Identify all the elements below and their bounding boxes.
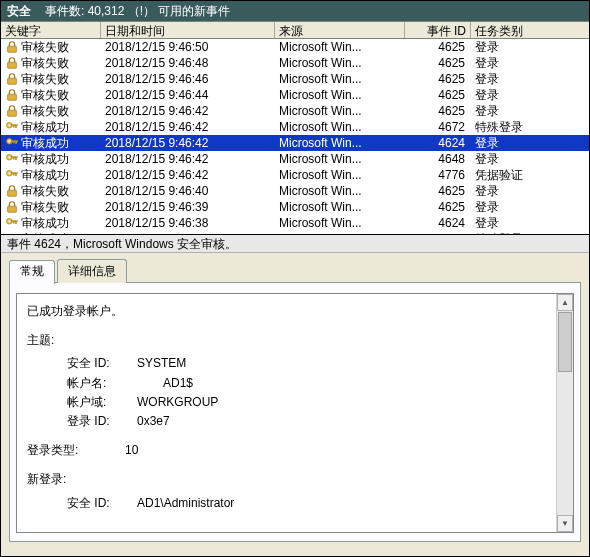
- event-id: 4776: [405, 167, 471, 183]
- column-header-category[interactable]: 任务类别: [471, 22, 589, 38]
- event-keyword: 审核成功: [21, 135, 69, 151]
- event-source: Microsoft Win...: [275, 39, 405, 55]
- title-bar: 安全 事件数: 40,312 （!） 可用的新事件: [1, 1, 589, 21]
- event-category: 凭据验证: [471, 167, 589, 183]
- event-source: Microsoft Win...: [275, 87, 405, 103]
- lock-icon: [5, 72, 19, 86]
- detail-section-newlogin: 新登录:: [27, 470, 563, 489]
- detail-kv-row: 帐户域:WORKGROUP: [67, 393, 563, 412]
- svg-rect-14: [13, 142, 14, 144]
- event-category: 登录: [471, 135, 589, 151]
- event-datetime: 2018/12/15 9:46:50: [101, 39, 275, 55]
- event-source: Microsoft Win...: [275, 135, 405, 151]
- tab-bar: 常规 详细信息: [9, 259, 581, 283]
- svg-rect-0: [8, 46, 17, 52]
- event-source: Microsoft Win...: [275, 183, 405, 199]
- event-datetime: 2018/12/15 9:46:44: [101, 87, 275, 103]
- column-header-datetime[interactable]: 日期和时间: [101, 22, 275, 38]
- detail-kv-key: 登录 ID:: [67, 412, 137, 431]
- event-datetime: 2018/12/15 9:46:46: [101, 71, 275, 87]
- event-row[interactable]: 审核失败2018/12/15 9:46:40Microsoft Win...46…: [1, 183, 589, 199]
- detail-kv-key: 安全 ID:: [67, 494, 137, 513]
- event-source: Microsoft Win...: [275, 119, 405, 135]
- event-datetime: 2018/12/15 9:46:48: [101, 55, 275, 71]
- detail-kv-key: 帐户域:: [67, 393, 137, 412]
- event-keyword: 审核失败: [21, 39, 69, 55]
- event-row[interactable]: 审核成功2018/12/15 9:46:42Microsoft Win...47…: [1, 167, 589, 183]
- event-id: 4625: [405, 55, 471, 71]
- svg-rect-8: [16, 126, 17, 128]
- event-row[interactable]: 审核失败2018/12/15 9:46:50Microsoft Win...46…: [1, 39, 589, 55]
- event-source: Microsoft Win...: [275, 215, 405, 231]
- event-id: 4624: [405, 215, 471, 231]
- event-datetime: 2018/12/15 9:46:42: [101, 151, 275, 167]
- detail-kv-key: 帐户名:: [67, 374, 137, 393]
- event-source: Microsoft Win...: [275, 71, 405, 87]
- key-icon: [5, 136, 19, 150]
- detail-kv-row: 帐户名: AD1$: [67, 374, 563, 393]
- event-row[interactable]: 审核失败2018/12/15 9:46:44Microsoft Win...46…: [1, 87, 589, 103]
- column-header-eventid[interactable]: 事件 ID: [405, 22, 471, 38]
- detail-kv-value: AD1\Administrator: [137, 494, 234, 513]
- svg-rect-25: [8, 190, 17, 196]
- event-datetime: 2018/12/15 9:46:42: [101, 167, 275, 183]
- event-id: 4625: [405, 71, 471, 87]
- column-header-source[interactable]: 来源: [275, 22, 405, 38]
- event-id: 4625: [405, 183, 471, 199]
- event-keyword: 审核失败: [21, 103, 69, 119]
- event-row[interactable]: 审核失败2018/12/15 9:46:48Microsoft Win...46…: [1, 55, 589, 71]
- event-list[interactable]: 审核失败2018/12/15 9:46:50Microsoft Win...46…: [1, 39, 589, 235]
- tab-general[interactable]: 常规: [9, 260, 55, 284]
- event-row[interactable]: 审核失败2018/12/15 9:46:39Microsoft Win...46…: [1, 199, 589, 215]
- event-id: 4625: [405, 87, 471, 103]
- scroll-up-arrow[interactable]: ▲: [557, 294, 573, 311]
- title-main: 安全: [7, 1, 31, 21]
- event-keyword: 审核成功: [21, 119, 69, 135]
- event-row[interactable]: 审核成功2018/12/15 9:46:42Microsoft Win...46…: [1, 119, 589, 135]
- svg-rect-30: [16, 222, 17, 224]
- event-source: Microsoft Win...: [275, 55, 405, 71]
- event-category: 登录: [471, 103, 589, 119]
- detail-kv-value: SYSTEM: [137, 354, 186, 373]
- scroll-down-arrow[interactable]: ▼: [557, 515, 573, 532]
- event-keyword: 审核失败: [21, 183, 69, 199]
- event-row[interactable]: 审核成功2018/12/15 9:46:42Microsoft Win...46…: [1, 151, 589, 167]
- key-icon: [5, 216, 19, 230]
- lock-icon: [5, 56, 19, 70]
- event-row[interactable]: 审核失败2018/12/15 9:46:42Microsoft Win...46…: [1, 103, 589, 119]
- login-type-label: 登录类型:: [27, 443, 78, 457]
- event-keyword: 审核成功: [21, 167, 69, 183]
- event-datetime: 2018/12/15 9:46:38: [101, 215, 275, 231]
- svg-rect-26: [8, 206, 17, 212]
- detail-kv-row: 安全 ID:AD1\Administrator: [67, 494, 563, 513]
- lock-icon: [5, 40, 19, 54]
- event-category: 登录: [471, 55, 589, 71]
- event-keyword: 审核失败: [21, 55, 69, 71]
- event-id: 4672: [405, 119, 471, 135]
- login-type-value: 10: [78, 443, 138, 457]
- event-category: 登录: [471, 183, 589, 199]
- event-id: 4625: [405, 39, 471, 55]
- event-category: 登录: [471, 71, 589, 87]
- svg-point-6: [8, 124, 10, 126]
- event-row[interactable]: 审核失败2018/12/15 9:46:46Microsoft Win...46…: [1, 71, 589, 87]
- event-id: 4648: [405, 151, 471, 167]
- detail-kv-value: 0x3e7: [137, 412, 170, 431]
- event-category: 登录: [471, 39, 589, 55]
- svg-rect-4: [8, 110, 17, 116]
- key-icon: [5, 168, 19, 182]
- event-source: Microsoft Win...: [275, 151, 405, 167]
- detail-kv-value: WORKGROUP: [137, 393, 218, 412]
- column-header-keyword[interactable]: 关键字: [1, 22, 101, 38]
- event-row[interactable]: 审核成功2018/12/15 9:46:42Microsoft Win...46…: [1, 135, 589, 151]
- detail-kv-row: 登录 ID:0x3e7: [67, 412, 563, 431]
- svg-rect-19: [13, 158, 14, 160]
- event-datetime: 2018/12/15 9:46:42: [101, 119, 275, 135]
- detail-kv-key: 安全 ID:: [67, 354, 137, 373]
- scroll-thumb[interactable]: [558, 312, 572, 372]
- key-icon: [5, 152, 19, 166]
- tab-details[interactable]: 详细信息: [57, 259, 127, 283]
- event-row[interactable]: 审核成功2018/12/15 9:46:38Microsoft Win...46…: [1, 215, 589, 231]
- scrollbar[interactable]: ▲ ▼: [556, 294, 573, 532]
- svg-rect-24: [13, 174, 14, 176]
